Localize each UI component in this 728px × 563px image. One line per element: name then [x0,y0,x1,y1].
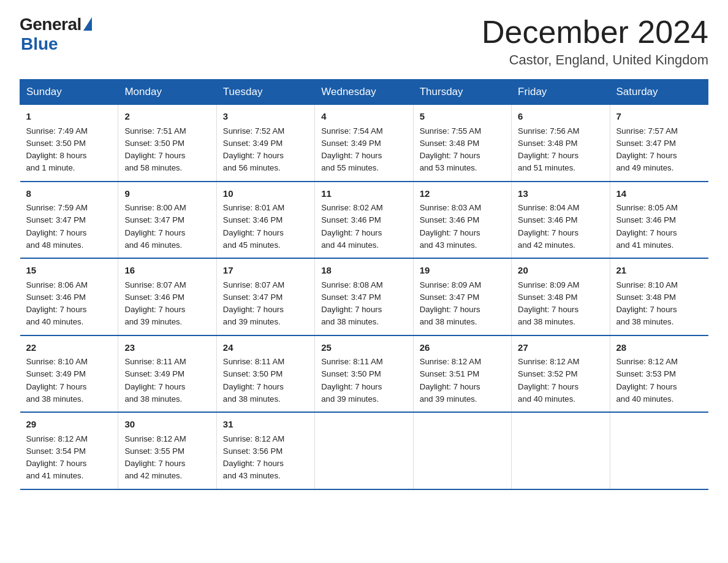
day-info: Sunrise: 8:03 AMSunset: 3:46 PMDaylight:… [420,203,481,250]
day-number: 22 [26,341,112,355]
day-number: 14 [616,187,702,201]
day-number: 30 [124,418,210,432]
calendar-cell: 14Sunrise: 8:05 AMSunset: 3:46 PMDayligh… [610,182,708,259]
calendar-week-row: 29Sunrise: 8:12 AMSunset: 3:54 PMDayligh… [20,412,708,489]
day-number: 1 [26,110,112,124]
calendar-cell: 23Sunrise: 8:11 AMSunset: 3:49 PMDayligh… [118,335,216,413]
day-number: 20 [518,264,603,278]
day-number: 4 [321,110,406,124]
day-number: 31 [223,418,308,432]
calendar-cell [610,412,708,489]
day-info: Sunrise: 7:55 AMSunset: 3:48 PMDaylight:… [420,126,481,173]
day-info: Sunrise: 8:11 AMSunset: 3:50 PMDaylight:… [223,357,284,404]
calendar-cell: 24Sunrise: 8:11 AMSunset: 3:50 PMDayligh… [216,335,314,413]
logo-general-text: General [20,15,82,34]
day-number: 29 [26,418,112,432]
calendar-header-row: Sunday Monday Tuesday Wednesday Thursday… [20,80,708,105]
day-info: Sunrise: 8:10 AMSunset: 3:49 PMDaylight:… [26,357,88,404]
month-title: December 2024 [482,15,708,50]
day-info: Sunrise: 8:12 AMSunset: 3:54 PMDaylight:… [26,434,88,481]
title-area: December 2024 Castor, England, United Ki… [482,15,708,68]
day-number: 17 [223,264,308,278]
header-monday: Monday [118,80,216,105]
calendar-cell: 7Sunrise: 7:57 AMSunset: 3:47 PMDaylight… [610,105,708,182]
day-info: Sunrise: 8:00 AMSunset: 3:47 PMDaylight:… [124,203,186,250]
day-number: 16 [124,264,210,278]
calendar-cell: 11Sunrise: 8:02 AMSunset: 3:46 PMDayligh… [315,182,413,259]
header-thursday: Thursday [413,80,511,105]
day-info: Sunrise: 8:09 AMSunset: 3:48 PMDaylight:… [518,280,579,327]
calendar-cell: 25Sunrise: 8:11 AMSunset: 3:50 PMDayligh… [315,335,413,413]
logo: General Blue [20,15,92,54]
calendar-cell: 29Sunrise: 8:12 AMSunset: 3:54 PMDayligh… [20,412,118,489]
day-number: 25 [321,341,406,355]
day-info: Sunrise: 7:57 AMSunset: 3:47 PMDaylight:… [616,126,678,173]
day-info: Sunrise: 8:02 AMSunset: 3:46 PMDaylight:… [321,203,382,250]
calendar-cell: 28Sunrise: 8:12 AMSunset: 3:53 PMDayligh… [610,335,708,413]
header-friday: Friday [512,80,610,105]
calendar-cell: 22Sunrise: 8:10 AMSunset: 3:49 PMDayligh… [20,335,118,413]
day-info: Sunrise: 8:12 AMSunset: 3:56 PMDaylight:… [223,434,284,481]
calendar-cell: 10Sunrise: 8:01 AMSunset: 3:46 PMDayligh… [216,182,314,259]
day-info: Sunrise: 8:07 AMSunset: 3:46 PMDaylight:… [124,280,186,327]
day-info: Sunrise: 7:49 AMSunset: 3:50 PMDaylight:… [26,126,88,173]
day-number: 9 [124,187,210,201]
day-number: 28 [616,341,702,355]
calendar-cell: 20Sunrise: 8:09 AMSunset: 3:48 PMDayligh… [512,258,610,335]
day-number: 3 [223,110,308,124]
header-sunday: Sunday [20,80,118,105]
calendar-cell: 16Sunrise: 8:07 AMSunset: 3:46 PMDayligh… [118,258,216,335]
day-number: 7 [616,110,702,124]
calendar-table: Sunday Monday Tuesday Wednesday Thursday… [20,79,708,490]
day-info: Sunrise: 7:56 AMSunset: 3:48 PMDaylight:… [518,126,579,173]
logo-blue-text: Blue [21,34,58,54]
day-number: 19 [420,264,505,278]
day-info: Sunrise: 8:05 AMSunset: 3:46 PMDaylight:… [616,203,678,250]
calendar-cell [315,412,413,489]
calendar-week-row: 22Sunrise: 8:10 AMSunset: 3:49 PMDayligh… [20,335,708,413]
day-info: Sunrise: 8:10 AMSunset: 3:48 PMDaylight:… [616,280,678,327]
day-info: Sunrise: 7:51 AMSunset: 3:50 PMDaylight:… [124,126,186,173]
day-number: 15 [26,264,112,278]
calendar-cell: 27Sunrise: 8:12 AMSunset: 3:52 PMDayligh… [512,335,610,413]
calendar-cell: 5Sunrise: 7:55 AMSunset: 3:48 PMDaylight… [413,105,511,182]
calendar-cell: 6Sunrise: 7:56 AMSunset: 3:48 PMDaylight… [512,105,610,182]
calendar-cell: 12Sunrise: 8:03 AMSunset: 3:46 PMDayligh… [413,182,511,259]
day-number: 27 [518,341,603,355]
calendar-cell: 21Sunrise: 8:10 AMSunset: 3:48 PMDayligh… [610,258,708,335]
header: General Blue December 2024 Castor, Engla… [20,15,708,68]
day-info: Sunrise: 8:08 AMSunset: 3:47 PMDaylight:… [321,280,382,327]
calendar-cell: 3Sunrise: 7:52 AMSunset: 3:49 PMDaylight… [216,105,314,182]
calendar-cell [413,412,511,489]
day-info: Sunrise: 8:01 AMSunset: 3:46 PMDaylight:… [223,203,284,250]
calendar-cell: 13Sunrise: 8:04 AMSunset: 3:46 PMDayligh… [512,182,610,259]
day-number: 11 [321,187,406,201]
calendar-cell: 9Sunrise: 8:00 AMSunset: 3:47 PMDaylight… [118,182,216,259]
logo-triangle-icon [83,17,92,31]
day-number: 6 [518,110,603,124]
day-info: Sunrise: 8:11 AMSunset: 3:50 PMDaylight:… [321,357,382,404]
location-title: Castor, England, United Kingdom [482,52,708,68]
day-number: 21 [616,264,702,278]
header-saturday: Saturday [610,80,708,105]
day-info: Sunrise: 8:06 AMSunset: 3:46 PMDaylight:… [26,280,88,327]
day-number: 12 [420,187,505,201]
day-info: Sunrise: 7:52 AMSunset: 3:49 PMDaylight:… [223,126,284,173]
day-number: 18 [321,264,406,278]
day-number: 23 [124,341,210,355]
day-number: 26 [420,341,505,355]
day-info: Sunrise: 8:04 AMSunset: 3:46 PMDaylight:… [518,203,579,250]
day-info: Sunrise: 8:11 AMSunset: 3:49 PMDaylight:… [124,357,186,404]
calendar-cell: 31Sunrise: 8:12 AMSunset: 3:56 PMDayligh… [216,412,314,489]
calendar-cell: 1Sunrise: 7:49 AMSunset: 3:50 PMDaylight… [20,105,118,182]
header-wednesday: Wednesday [315,80,413,105]
calendar-week-row: 8Sunrise: 7:59 AMSunset: 3:47 PMDaylight… [20,182,708,259]
page: General Blue December 2024 Castor, Engla… [0,0,728,510]
day-info: Sunrise: 8:07 AMSunset: 3:47 PMDaylight:… [223,280,284,327]
day-info: Sunrise: 8:12 AMSunset: 3:51 PMDaylight:… [420,357,481,404]
calendar-cell: 4Sunrise: 7:54 AMSunset: 3:49 PMDaylight… [315,105,413,182]
calendar-cell: 26Sunrise: 8:12 AMSunset: 3:51 PMDayligh… [413,335,511,413]
calendar-cell: 30Sunrise: 8:12 AMSunset: 3:55 PMDayligh… [118,412,216,489]
day-info: Sunrise: 7:59 AMSunset: 3:47 PMDaylight:… [26,203,88,250]
day-number: 24 [223,341,308,355]
